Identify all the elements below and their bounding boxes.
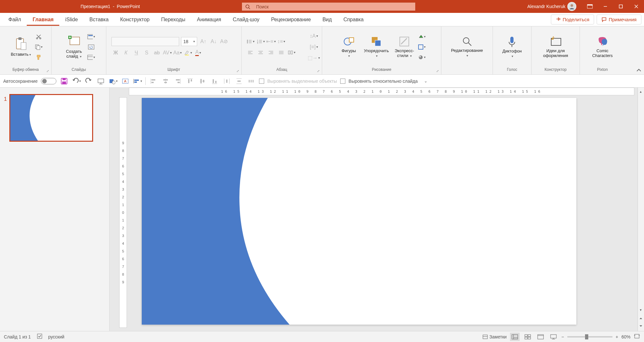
case-button[interactable]: Aa▾ [173,49,182,57]
share-button[interactable]: Поделиться [551,14,594,24]
spacing-button[interactable]: AV▾ [163,49,171,57]
shape-tool-button[interactable]: ▾ [109,77,118,86]
distribute-obj-button[interactable] [247,77,256,86]
qat-more-button[interactable]: ⌄ [421,77,430,86]
spell-check-button[interactable] [37,333,43,340]
align-obj-middle-button[interactable] [198,77,207,86]
arrange-button[interactable]: Упорядочить▾ [362,34,391,60]
smartart-button[interactable]: ⬚→▾ [310,54,318,62]
zoom-level[interactable]: 60% [621,334,630,339]
cut-button[interactable] [35,33,43,41]
tab-file[interactable]: Файл [3,14,27,26]
slideshow-start-button[interactable] [96,77,105,86]
italic-button[interactable]: К [122,49,130,57]
paste-button[interactable]: Вставить▾ [9,35,33,58]
reset-button[interactable] [87,43,95,51]
normal-view-button[interactable] [510,333,520,341]
zoom-slider[interactable] [567,336,612,337]
columns-button[interactable]: ▾ [287,48,296,57]
font-size-select[interactable]: 18▾ [181,37,197,46]
paragraph-launcher[interactable]: ⤢ [316,69,321,74]
section-button[interactable]: ▾ [87,53,95,61]
align-obj-top-button[interactable] [186,77,195,86]
strike-button[interactable]: ab [153,49,161,57]
align-obj-bottom-button[interactable] [210,77,219,86]
user-avatar[interactable] [567,2,576,11]
zoom-in-button[interactable]: + [616,334,618,339]
drawing-launcher[interactable]: ⤢ [435,69,440,74]
minimize-button[interactable] [598,0,613,13]
align-left-button[interactable] [246,48,255,57]
tab-animation[interactable]: Анимация [191,14,227,26]
align-justify-button[interactable] [277,48,285,57]
object-align-button[interactable]: ▾ [133,77,142,86]
shadow-button[interactable]: S [142,49,151,57]
tab-transitions[interactable]: Переходы [155,14,191,26]
increase-font-button[interactable]: A↑ [199,37,207,46]
font-family-select[interactable] [111,37,179,46]
copy-button[interactable]: ▾ [35,43,43,51]
scroll-down-button[interactable]: ▾ [638,307,643,312]
undo-button[interactable]: ▾ [72,77,81,86]
language-indicator[interactable]: русский [48,334,64,339]
shape-effects-button[interactable]: ▾ [418,53,426,61]
comments-button[interactable]: Примечания [597,14,641,24]
save-button[interactable] [60,77,69,86]
scroll-up-button[interactable]: ▴ [638,89,643,94]
slide-canvas[interactable] [142,98,576,325]
tab-help[interactable]: Справка [338,14,370,26]
search-box[interactable]: Поиск [242,2,416,11]
slideshow-view-button[interactable] [549,333,558,341]
dictate-button[interactable]: Диктофон▾ [500,34,524,60]
comic-characters-button[interactable]: Comic Characters [590,34,615,60]
tab-slideshow[interactable]: Слайд-шоу [227,14,265,26]
sorter-view-button[interactable] [523,333,533,341]
clear-format-button[interactable]: A⊘ [220,37,228,46]
bullets-button[interactable]: ▾ [246,37,255,46]
close-button[interactable] [629,0,644,13]
align-obj-right-button[interactable] [173,77,182,86]
quick-styles-button[interactable]: Экспресс- стили ▾ [393,34,416,60]
distribute-h-button[interactable] [222,77,231,86]
align-selected-checkbox[interactable] [259,79,264,84]
maximize-button[interactable] [613,0,629,13]
align-slide-checkbox[interactable] [340,79,345,84]
clipboard-launcher[interactable]: ⤢ [45,69,50,74]
textbox-button[interactable]: A [121,77,130,86]
underline-button[interactable]: Ч [132,49,140,57]
redo-button[interactable] [84,77,93,86]
decrease-font-button[interactable]: A↓ [209,37,218,46]
indent-decrease-button[interactable]: ⇤≡▾ [267,37,275,46]
shape-outline-button[interactable]: ▾ [418,43,426,51]
new-slide-button[interactable]: Создать слайд ▾ [63,34,85,60]
zoom-out-button[interactable]: − [562,334,564,339]
highlight-button[interactable]: ▾ [184,49,192,57]
tab-insert[interactable]: Вставка [84,14,114,26]
slide-thumbnail-1[interactable] [9,94,93,142]
line-spacing-button[interactable]: ↕≡▾ [277,37,285,46]
vertical-ruler[interactable]: 9876543210123456789 [119,97,127,328]
tab-view[interactable]: Вид [317,14,338,26]
slide-counter[interactable]: Слайд 1 из 1 [4,334,31,339]
layout-button[interactable]: ▾ [87,33,95,41]
align-center-button[interactable] [256,48,265,57]
next-slide-button[interactable]: ⏷ [638,323,643,328]
tab-home[interactable]: Главная [27,14,59,26]
prev-slide-button[interactable]: ⏶ [638,316,643,321]
tab-designer[interactable]: Конструктор [114,14,155,26]
collapse-ribbon-button[interactable] [636,68,641,73]
reading-view-button[interactable] [536,333,545,341]
ribbon-display-options[interactable] [582,0,598,13]
align-obj-left-button[interactable] [149,77,158,86]
autosave-toggle[interactable] [41,78,56,84]
vertical-scrollbar[interactable]: ▴ ▾ ⏶ ⏷ [638,88,644,331]
numbering-button[interactable]: 123▾ [256,37,265,46]
distribute-v-button[interactable] [235,77,244,86]
horizontal-ruler[interactable]: 16 15 14 13 12 11 10 9 8 7 6 5 4 3 2 1 0… [129,88,634,95]
format-painter-button[interactable] [35,53,43,61]
tab-review[interactable]: Рецензирование [265,14,317,26]
align-obj-center-button[interactable] [161,77,170,86]
bold-button[interactable]: Ж [111,49,120,57]
fit-to-window-button[interactable] [634,333,640,340]
shapes-button[interactable]: Фигуры▾ [338,34,360,60]
